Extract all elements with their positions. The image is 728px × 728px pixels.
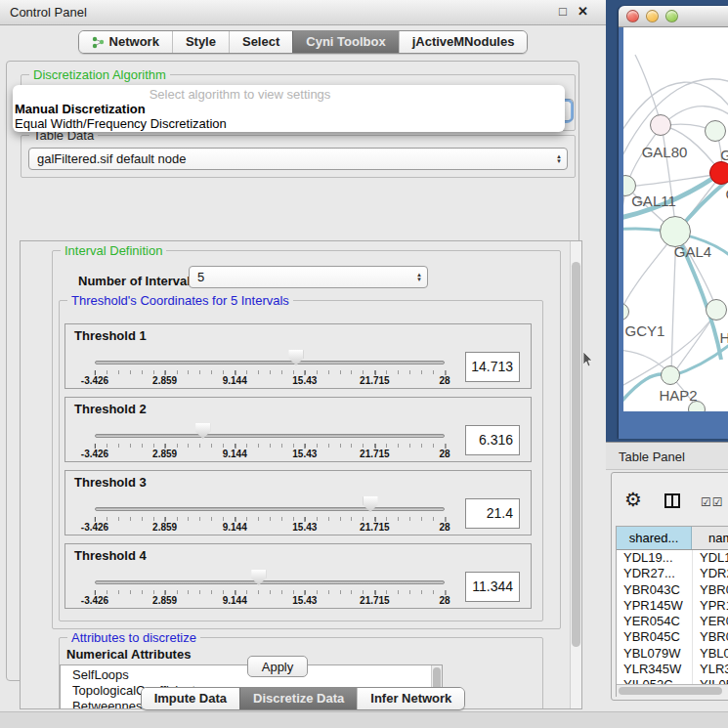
cell-name: YDR27...	[692, 566, 728, 581]
tab-discretize-data[interactable]: Discretize Data	[239, 688, 357, 709]
network-node[interactable]	[623, 303, 629, 321]
table-horizontal-scrollbar[interactable]	[617, 684, 728, 696]
table-row[interactable]: YBR045C YBR045C	[617, 629, 728, 645]
threshold-4-label: Threshold 4	[74, 548, 147, 563]
table-rows: YDL19... YDL19... YDR27... YDR27... YBR0…	[617, 550, 728, 684]
tab-infer-network[interactable]: Infer Network	[357, 688, 464, 709]
threshold-1-value-field[interactable]: 14.713	[465, 352, 520, 382]
slider-tick-label: 21.715	[360, 522, 390, 533]
table-data-combobox[interactable]: galFiltered.sif default node ▲ ▼	[28, 148, 568, 170]
table-row[interactable]: YER054C YER054C	[617, 614, 728, 629]
slider-tick-label: 2.859	[152, 522, 177, 533]
table-row[interactable]: YBR043C YBR043C	[617, 582, 728, 598]
network-node[interactable]	[623, 175, 636, 196]
threshold-4-slider-track[interactable]	[95, 580, 445, 584]
table-row[interactable]: YDR27... YDR27...	[617, 566, 728, 581]
network-node[interactable]	[660, 216, 691, 247]
dropdown-prompt[interactable]: Select algorithm to view settings	[13, 87, 565, 102]
cell-name: YER054C	[692, 614, 728, 629]
control-panel-tabbar: Network Style Select Cyni Toolbox jActiv…	[0, 30, 606, 54]
dropdown-option-manual[interactable]: Manual Discretization	[15, 102, 146, 116]
thresholds-group-title: Threshold's Coordinates for 5 Intervals	[67, 293, 293, 308]
select-columns-checkbox-icons[interactable]: ☑☑	[701, 495, 724, 509]
dropdown-option-equal-width[interactable]: Equal Width/Frequency Discretization	[15, 116, 227, 131]
table-panel-titlebar: Table Panel	[606, 442, 728, 470]
table-row[interactable]: YIL052C YIL052C	[617, 677, 728, 684]
network-node[interactable]	[688, 401, 706, 411]
network-node[interactable]	[706, 299, 727, 321]
number-of-intervals-label: Number of Intervals	[78, 274, 197, 288]
settings-scroll-viewport: Interval Definition Number of Intervals …	[20, 240, 582, 709]
network-node[interactable]	[705, 120, 726, 142]
tab-cyni-toolbox[interactable]: Cyni Toolbox	[292, 31, 398, 53]
network-node-label: GAL11	[631, 193, 676, 209]
cell-shared-name: YIL052C	[617, 677, 692, 684]
mouse-cursor	[583, 352, 594, 367]
table-row[interactable]: YDL19... YDL19...	[617, 550, 728, 566]
table-row[interactable]: YLR345W YLR345W	[617, 662, 728, 677]
minimize-traffic-light[interactable]	[646, 10, 659, 22]
network-node[interactable]	[661, 365, 680, 385]
slider-tick-label: 21.715	[360, 449, 390, 459]
settings-vertical-scrollbar[interactable]	[570, 241, 581, 708]
number-of-intervals-combobox[interactable]: 5 ▲ ▼	[189, 266, 428, 288]
threshold-2-label: Threshold 2	[74, 402, 147, 416]
gear-icon[interactable]: ⚙	[624, 490, 642, 509]
table-row[interactable]: YBL079W YBL079W	[617, 646, 728, 662]
slider-tick-label: 28	[439, 375, 450, 386]
slider-tick-label: 9.144	[223, 375, 247, 386]
slider-tick-label: 15.43	[292, 522, 317, 533]
close-icon[interactable]: ✕	[578, 4, 588, 19]
network-node[interactable]	[650, 114, 671, 136]
table-panel: ⚙ ☑☑ shared... name YDL19... YDL19... YD…	[611, 472, 728, 701]
threshold-1-slider-track[interactable]	[95, 361, 445, 364]
column-header-name[interactable]: name	[692, 527, 728, 549]
table-row[interactable]: YPR145W YPR145W	[617, 598, 728, 614]
cell-shared-name: YPR145W	[617, 598, 692, 614]
stepper-down-icon: ▼	[556, 159, 562, 164]
slider-tick-label: 2.859	[152, 375, 177, 386]
slider-tick-labels: -3.4262.8599.14415.4321.71528	[95, 516, 445, 534]
network-window-titlebar[interactable]	[619, 6, 728, 27]
slider-tick-label: 21.715	[360, 375, 390, 386]
column-header-shared-name[interactable]: shared...	[617, 527, 692, 549]
node-table: shared... name YDL19... YDL19... YDR27..…	[616, 526, 728, 697]
cell-name: YPR145W	[692, 598, 728, 614]
threshold-3-slider-track[interactable]	[95, 507, 445, 511]
threshold-panel-4: Threshold 4 -3.4262.8599.14415.4321.7152…	[64, 543, 532, 609]
column-view-icon[interactable]	[664, 493, 680, 508]
cell-shared-name: YDL19...	[617, 550, 692, 566]
network-canvas[interactable]: GAL80GACGAL11GAL4GCY1HHAP2	[623, 27, 728, 411]
threshold-2-slider-track[interactable]	[95, 434, 445, 438]
network-node-label: GAL80	[642, 144, 688, 160]
threshold-2-value-field[interactable]: 6.316	[465, 425, 520, 455]
table-data-stepper[interactable]: ▲ ▼	[556, 149, 562, 169]
tab-jactivemnodules[interactable]: jActiveMNodules	[399, 31, 528, 53]
zoom-traffic-light[interactable]	[665, 10, 678, 22]
network-node[interactable]	[709, 161, 728, 185]
network-node-label: H	[720, 329, 728, 346]
tab-network[interactable]: Network	[79, 31, 172, 53]
float-window-icon[interactable]: □	[559, 4, 567, 19]
threshold-3-value-field[interactable]: 21.4	[465, 498, 520, 529]
cyni-toolbox-panel: Discretization Algorithm ▲ ▼ Table Data …	[6, 61, 579, 681]
slider-tick-label: 28	[439, 449, 450, 459]
apply-button[interactable]: Apply	[247, 656, 308, 677]
tab-select[interactable]: Select	[229, 31, 292, 53]
slider-tick-label: 9.144	[223, 522, 247, 533]
threshold-4-value-field[interactable]: 11.344	[465, 572, 520, 602]
close-traffic-light[interactable]	[626, 10, 639, 22]
cell-name: YLR345W	[692, 662, 728, 677]
tab-impute-data[interactable]: Impute Data	[142, 688, 239, 709]
slider-tick-label: 15.43	[292, 595, 317, 606]
slider-tick-labels: -3.4262.8599.14415.4321.71528	[95, 369, 445, 387]
slider-tick-label: 9.144	[223, 595, 247, 606]
slider-tick-label: 28	[439, 522, 450, 533]
tab-style[interactable]: Style	[172, 31, 229, 53]
cell-shared-name: YBR045C	[617, 629, 692, 645]
slider-tick-label: 2.859	[152, 595, 177, 606]
threshold-panel-3: Threshold 3 -3.4262.8599.14415.4321.7152…	[64, 470, 532, 535]
cell-shared-name: YBL079W	[617, 646, 692, 662]
network-view-window[interactable]: GAL80GACGAL11GAL4GCY1HHAP2	[619, 6, 728, 439]
number-of-intervals-stepper[interactable]: ▲ ▼	[416, 267, 422, 287]
